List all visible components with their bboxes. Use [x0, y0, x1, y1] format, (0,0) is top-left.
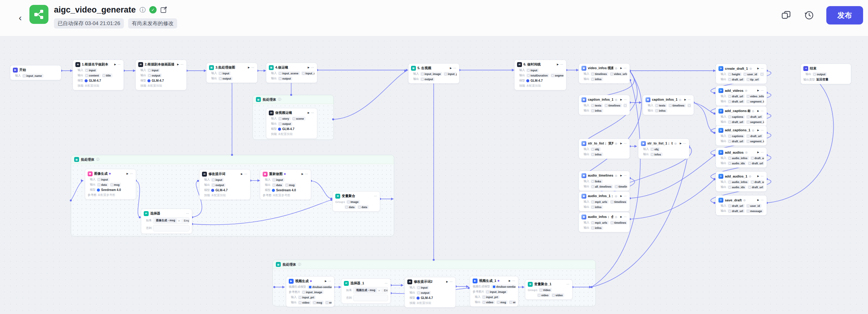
- run-node-button[interactable]: ▶: [308, 111, 310, 114]
- node-llm-1[interactable]: AI1.根据名字做剧本▶⋯输入input输出contenttitle模型GLM-…: [73, 60, 124, 90]
- back-button[interactable]: ‹: [15, 12, 26, 24]
- node-more-button[interactable]: ⋯: [328, 279, 332, 283]
- run-node-button[interactable]: ▶: [308, 66, 310, 69]
- node-more-button[interactable]: ⋯: [624, 66, 627, 70]
- node-llm-group-camera[interactable]: AI做视频运镜▶⋯输入storyscene输出output模型GLM-4.7技能…: [266, 108, 317, 139]
- run-node-button[interactable]: ▶: [302, 173, 304, 175]
- node-more-button[interactable]: ⋯: [624, 142, 627, 145]
- node-more-button[interactable]: ⋯: [186, 212, 189, 215]
- node-audio-infos-1[interactable]: ▣audio_infos_1： 合成笑声◎▶⋯输入mp3_urlstimelin…: [579, 191, 630, 211]
- node-llm-2[interactable]: AI2.根据剧本做画面描述▶⋯输入input输出output模型GLM-4.7技…: [135, 60, 187, 90]
- condition-box[interactable]: 视频生成 - msg=Empty: [353, 287, 388, 293]
- node-str-to-list-1[interactable]: ▣str_to_list_1： bgm◎▶⋯输入obj输出infos: [638, 139, 689, 159]
- node-more-button[interactable]: ⋯: [761, 174, 764, 178]
- publish-button[interactable]: 发布: [826, 6, 863, 25]
- run-node-button[interactable]: ▶: [248, 66, 250, 69]
- run-node-button[interactable]: ▶: [757, 151, 759, 153]
- condition-operator[interactable]: =: [178, 219, 180, 222]
- node-var-merge-1[interactable]: ⊞变量聚合_1⋯Group1Videovideovideo: [525, 279, 572, 300]
- run-node-button[interactable]: ▶: [620, 195, 622, 198]
- node-more-button[interactable]: ⋯: [624, 98, 627, 101]
- node-more-button[interactable]: ⋯: [181, 63, 184, 66]
- node-more-button[interactable]: ⋯: [560, 63, 564, 66]
- node-selector[interactable]: IF选择器⋯如果图像生成 - msg=Empty否则: [141, 209, 192, 234]
- condition-right-operand[interactable]: Empty: [181, 219, 189, 222]
- condition-right-operand[interactable]: Empty: [381, 289, 388, 292]
- run-node-button[interactable]: ▶: [127, 172, 128, 175]
- node-more-button[interactable]: ⋯: [683, 142, 687, 145]
- node-selector-1[interactable]: IF选择器_1⋯如果视频生成 - msg=Empty否则: [341, 279, 391, 304]
- run-node-button[interactable]: ▶: [757, 110, 759, 112]
- condition-box[interactable]: [153, 225, 189, 231]
- run-node-button[interactable]: ▶: [757, 175, 759, 177]
- node-more-button[interactable]: ⋯: [305, 172, 308, 176]
- run-node-button[interactable]: ▶: [620, 215, 622, 218]
- node-more-button[interactable]: ⋯: [761, 89, 764, 92]
- run-node-button[interactable]: ▶: [509, 279, 510, 282]
- run-node-button[interactable]: ▶: [620, 142, 622, 145]
- node-more-button[interactable]: ⋯: [244, 172, 248, 176]
- node-start[interactable]: ▶开始输入input_name: [10, 65, 61, 80]
- node-edit-prompt-2[interactable]: AI修改提示词2▶⋯输入input输出output模型GLM-4.7技能未配置技…: [405, 277, 456, 308]
- run-node-button[interactable]: ▶: [241, 173, 243, 175]
- node-batch-draw[interactable]: ▦3.批处理做图▶⋯输入input输出output: [206, 63, 257, 83]
- node-more-button[interactable]: ⋯: [311, 66, 314, 69]
- node-edit-prompt[interactable]: AI修改提示词▶⋯输入input输出output模型GLM-4.7技能未配置技能: [199, 169, 250, 200]
- run-node-button[interactable]: ▶: [177, 63, 179, 66]
- run-node-button[interactable]: ▶: [450, 67, 452, 69]
- node-redraw[interactable]: ▣重新做图▶⋯输入input输出datamsg模型Seedream 4.0参考图…: [260, 169, 311, 200]
- run-node-button[interactable]: ▶: [325, 280, 327, 282]
- run-node-button[interactable]: ▶: [620, 67, 622, 69]
- node-more-button[interactable]: ⋯: [761, 67, 764, 70]
- run-node-button[interactable]: ▶: [620, 98, 622, 101]
- node-more-button[interactable]: ⋯: [450, 280, 453, 283]
- run-node-button[interactable]: ▶: [446, 280, 448, 283]
- workflow-canvas[interactable]: ▦批处理体ⓘ▦批处理体ⓘ▦批处理体ⓘ▶开始输入input_nameAI1.根据名…: [0, 0, 868, 314]
- node-caption-infos-title[interactable]: ▣caption_infos_1:标题◎▶⋯输入textstimelinesfo…: [579, 95, 630, 115]
- node-audio-infos[interactable]: ▣audio_infos： 合成bgm◎▶⋯输入mp3_urlstimeline…: [579, 212, 630, 232]
- node-more-button[interactable]: ⋯: [624, 215, 627, 218]
- node-image-gen[interactable]: ▣图像生成▶⋯输入input输出datamsg模型Seedream 4.0参考图…: [85, 169, 136, 200]
- node-more-button[interactable]: ⋯: [385, 282, 388, 285]
- node-more-button[interactable]: ⋯: [453, 66, 457, 70]
- run-node-button[interactable]: ▶: [680, 142, 682, 145]
- node-more-button[interactable]: ⋯: [251, 66, 255, 69]
- node-save-draft[interactable]: ➤save_draft◎▶⋯输入draft_urluser_id输出draft_…: [716, 195, 767, 215]
- node-batch-video[interactable]: ▦5. 生视频▶⋯输入input_imageinput_prt输出output: [408, 63, 459, 83]
- node-end[interactable]: ➜结束输出output输出类型返回变量: [801, 64, 851, 84]
- node-create-draft-1[interactable]: ➤create_draft_1◎▶⋯输入heightuser_idwidth输出…: [716, 64, 767, 84]
- node-str-to-list[interactable]: ▣str_to_list： 笑声◎▶⋯输入obj输出infos: [579, 139, 630, 159]
- edit-title-icon[interactable]: [160, 6, 167, 13]
- node-more-button[interactable]: ⋯: [624, 174, 627, 177]
- run-node-button[interactable]: ▶: [757, 199, 759, 201]
- node-caption-infos-subtitle[interactable]: ▣caption_infos_1:字幕◎▶⋯输入textstimelinesfo…: [643, 95, 694, 115]
- run-node-button[interactable]: ▶: [557, 63, 559, 66]
- condition-box[interactable]: 图像生成 - msg=Empty: [153, 217, 189, 224]
- node-video-gen[interactable]: ▶视频生成▶⋯视频生成模型doubao-seedance-pro参考图片inpu…: [286, 276, 334, 307]
- node-audio-timelines[interactable]: ▣audio_timelines： 笑声时间线◎▶⋯输入links输出all_t…: [579, 171, 630, 191]
- node-var-merge[interactable]: ⊞变量聚合⋯Group1Imagedatadata: [333, 191, 380, 211]
- run-node-button[interactable]: ▶: [757, 67, 759, 70]
- run-node-button[interactable]: ▶: [757, 89, 759, 92]
- node-more-button[interactable]: ⋯: [311, 111, 314, 114]
- run-node-button[interactable]: ▶: [684, 98, 686, 101]
- info-icon[interactable]: ⓘ: [140, 6, 146, 14]
- condition-left-operand[interactable]: 图像生成 - msg: [154, 218, 177, 223]
- node-add-videos[interactable]: ➤add_videos◎▶⋯输入draft_urlvideo_infosalph…: [716, 86, 767, 106]
- node-more-button[interactable]: ⋯: [118, 63, 121, 66]
- run-node-button[interactable]: ▶: [757, 129, 759, 132]
- node-more-button[interactable]: ⋯: [688, 98, 691, 101]
- node-llm-timeline[interactable]: AI6. 做时间线▶⋯输入input输出totalDurationsegment…: [514, 60, 566, 90]
- condition-operator[interactable]: =: [378, 289, 380, 292]
- node-more-button[interactable]: ⋯: [761, 129, 764, 132]
- node-add-audios[interactable]: ➤add_audios◎▶⋯输入audio_infosdraft_url输出au…: [716, 147, 767, 168]
- node-more-button[interactable]: ⋯: [761, 109, 764, 113]
- node-video-gen-1[interactable]: ▶视频生成_1▶⋯视频生成模型doubao-seedance-pro参考图片in…: [470, 276, 518, 307]
- node-more-button[interactable]: ⋯: [761, 198, 764, 202]
- node-more-button[interactable]: ⋯: [374, 194, 377, 198]
- run-node-button[interactable]: ▶: [620, 174, 622, 177]
- node-more-button[interactable]: ⋯: [130, 172, 133, 175]
- condition-box[interactable]: [353, 295, 388, 301]
- node-batch-camera[interactable]: ▦4.做运镜▶⋯输入input_sceneinput_story输出output: [266, 63, 317, 83]
- node-more-button[interactable]: ⋯: [761, 150, 764, 154]
